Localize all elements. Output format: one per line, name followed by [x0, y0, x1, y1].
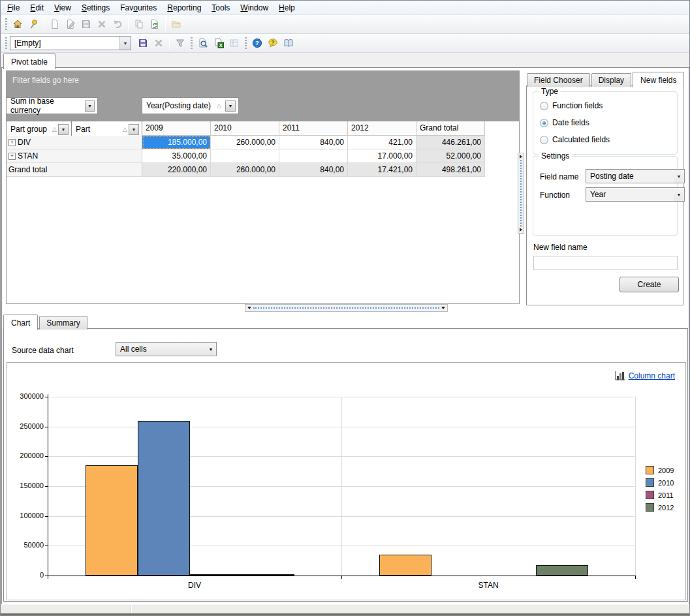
legend-item-2012[interactable]: 2012	[646, 503, 674, 512]
data-field-button[interactable]: Sum in base currency ▼	[7, 98, 97, 114]
chevron-down-icon[interactable]: ▼	[674, 174, 684, 179]
pivot-cell[interactable]: 185.000,00	[142, 136, 211, 149]
bar-stan-2009[interactable]	[379, 555, 431, 576]
column-header-grand-total[interactable]: Grand total	[416, 121, 485, 136]
help-button[interactable]: ?	[249, 36, 265, 51]
pivot-layout-button[interactable]	[227, 36, 242, 51]
column-header-2010[interactable]: 2010	[211, 121, 279, 136]
print-preview-button[interactable]	[195, 36, 211, 51]
filter-button[interactable]	[172, 36, 188, 51]
pivot-cell[interactable]: 840,00	[279, 163, 348, 177]
radio-icon[interactable]	[540, 136, 548, 144]
menu-tools[interactable]: Tools	[206, 1, 235, 14]
new-field-name-input[interactable]	[533, 256, 678, 270]
home-button[interactable]	[10, 17, 25, 32]
column-field-button[interactable]: Year(Posting date) △ ▼	[142, 98, 238, 114]
undo-button[interactable]	[110, 17, 125, 32]
radio-icon[interactable]	[540, 102, 548, 110]
field-dropdown-icon[interactable]: ▼	[129, 124, 139, 135]
manual-button[interactable]	[281, 36, 296, 51]
collapse-right-icon[interactable]	[520, 155, 522, 159]
toolbar-grip[interactable]	[191, 37, 193, 49]
pivot-cell[interactable]: 35.000,00	[142, 149, 211, 163]
layout-combo[interactable]: [Empty] ▼	[10, 36, 131, 50]
pivot-cell[interactable]: 220.000,00	[142, 163, 211, 177]
menu-favourites[interactable]: Favourites	[115, 1, 162, 14]
collapse-right-icon[interactable]	[520, 228, 522, 232]
toolbar-grip[interactable]	[5, 18, 7, 30]
pivot-cell[interactable]: 260.000,00	[211, 163, 279, 177]
menu-view[interactable]: View	[49, 1, 76, 14]
new-document-button[interactable]	[47, 17, 63, 32]
bar-stan-2012[interactable]	[536, 565, 588, 576]
row-field-part-group-button[interactable]: Part group △ ▼	[7, 121, 71, 137]
pivot-cell[interactable]: 260.000,00	[211, 136, 279, 149]
bar-div-2012[interactable]	[242, 574, 294, 576]
legend-item-2010[interactable]: 2010	[646, 478, 674, 487]
row-header-div[interactable]: +DIV	[7, 136, 142, 149]
bar-div-2011[interactable]	[190, 574, 242, 576]
row-header-stan[interactable]: +STAN	[7, 149, 142, 163]
column-header-2009[interactable]: 2009	[142, 121, 211, 136]
delete-layout-button[interactable]	[151, 36, 166, 51]
pivot-cell[interactable]: 498.261,00	[416, 163, 485, 177]
menu-window[interactable]: Window	[235, 1, 274, 14]
delete-button[interactable]	[94, 17, 110, 32]
pivot-cell[interactable]: 17.421,00	[348, 163, 416, 177]
radio-option-function-fields[interactable]: Function fields	[540, 101, 603, 110]
menu-reporting[interactable]: Reporting	[162, 1, 206, 14]
chevron-down-icon[interactable]: ▼	[674, 192, 684, 197]
pivot-cell[interactable]	[211, 149, 279, 163]
create-button[interactable]: Create	[619, 277, 679, 292]
menu-file[interactable]: File	[2, 1, 25, 14]
chevron-down-icon[interactable]: ▼	[206, 347, 216, 352]
radio-option-date-fields[interactable]: Date fields	[540, 118, 589, 127]
radio-option-calculated-fields[interactable]: Calculated fields	[540, 135, 610, 144]
menu-settings[interactable]: Settings	[76, 1, 115, 14]
menu-help[interactable]: Help	[274, 1, 300, 14]
field-name-combo[interactable]: Posting date ▼	[586, 169, 685, 183]
function-combo[interactable]: Year ▼	[586, 187, 685, 202]
field-dropdown-icon[interactable]: ▼	[225, 100, 236, 112]
bar-div-2009[interactable]	[86, 465, 138, 576]
legend-item-2009[interactable]: 2009	[646, 466, 674, 474]
toolbar-grip[interactable]	[5, 37, 7, 49]
edit-document-button[interactable]	[63, 17, 78, 32]
pivot-filter-band[interactable]	[7, 71, 519, 121]
collapse-down-icon[interactable]	[441, 307, 445, 309]
vertical-splitter[interactable]	[518, 153, 524, 234]
copy-button[interactable]	[131, 17, 147, 32]
bar-div-2010[interactable]	[138, 421, 190, 576]
save-button[interactable]	[78, 17, 94, 32]
refresh-button[interactable]	[147, 17, 163, 32]
row-field-part-button[interactable]: Part △ ▼	[72, 121, 142, 137]
radio-icon[interactable]	[540, 119, 548, 127]
tab-new-fields[interactable]: New fields	[633, 72, 684, 87]
tab-display[interactable]: Display	[591, 73, 631, 87]
toolbar-grip[interactable]	[245, 37, 247, 49]
column-header-2012[interactable]: 2012	[348, 121, 416, 136]
pivot-cell[interactable]: 17.000,00	[348, 149, 416, 163]
pivot-cell[interactable]: 52.000,00	[416, 149, 485, 163]
source-data-chart-combo[interactable]: All cells ▼	[116, 342, 217, 356]
legend-item-2011[interactable]: 2011	[646, 491, 674, 499]
pivot-cell[interactable]	[279, 149, 348, 163]
tab-summary[interactable]: Summary	[39, 316, 87, 330]
pivot-cell[interactable]: 840,00	[279, 136, 348, 149]
expand-icon[interactable]: +	[8, 139, 16, 146]
open-folder-button[interactable]	[168, 17, 184, 32]
pin-button[interactable]	[25, 17, 41, 32]
menu-edit[interactable]: Edit	[25, 1, 49, 14]
row-header-grand-total[interactable]: Grand total	[7, 163, 142, 177]
context-help-button[interactable]: ?	[265, 36, 281, 51]
horizontal-splitter[interactable]	[245, 304, 448, 312]
tab-field-chooser[interactable]: Field Chooser	[527, 73, 590, 87]
save-layout-button[interactable]	[135, 36, 151, 51]
field-dropdown-icon[interactable]: ▼	[58, 124, 69, 135]
expand-icon[interactable]: +	[8, 153, 16, 160]
tab-chart[interactable]: Chart	[3, 315, 38, 330]
chevron-down-icon[interactable]: ▼	[119, 37, 131, 50]
column-header-2011[interactable]: 2011	[279, 121, 348, 136]
collapse-down-icon[interactable]	[247, 307, 251, 309]
pivot-cell[interactable]: 446.261,00	[416, 136, 485, 149]
